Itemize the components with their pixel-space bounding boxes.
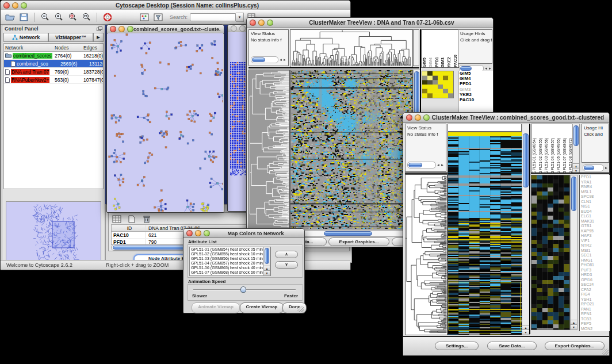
attribute-list-item[interactable]: GPL51-07 (GSM868) heat shock 60 min bbox=[190, 270, 270, 275]
scroll-left-icon[interactable]: ◄ bbox=[437, 162, 440, 168]
tab-vizmapper[interactable]: VizMapper™ bbox=[48, 33, 93, 42]
scroll-right-icon[interactable]: ► bbox=[441, 162, 444, 168]
settings-button[interactable]: Settings... bbox=[435, 342, 479, 350]
gene-label[interactable]: PEP5 bbox=[580, 321, 610, 327]
resize-grip[interactable] bbox=[602, 348, 609, 355]
gene-label[interactable]: GPI16 bbox=[580, 278, 610, 283]
attribute-list-item[interactable]: GPL51-02 (GSM855) heat shock 10 min bbox=[190, 252, 270, 256]
zoom-out-button[interactable] bbox=[39, 12, 51, 22]
network-view-canvas[interactable] bbox=[108, 33, 223, 212]
zoom-icon[interactable] bbox=[204, 230, 210, 236]
table-row[interactable]: DNA and Tran 07 769(0) 183728(0) bbox=[4, 68, 103, 76]
gene-label[interactable]: NIS1 bbox=[580, 204, 610, 209]
zoom-icon[interactable] bbox=[423, 114, 430, 121]
create-vizmap-button[interactable]: Create Vizmap bbox=[240, 302, 284, 313]
zoom-icon[interactable] bbox=[127, 26, 133, 32]
gene-label[interactable]: PAC10 bbox=[458, 97, 493, 102]
view-status-hscrollbar[interactable] bbox=[251, 56, 278, 63]
zoom-icon[interactable] bbox=[267, 20, 273, 26]
gene-label[interactable]: YKE2 bbox=[458, 92, 493, 97]
minimize-icon[interactable] bbox=[415, 114, 421, 121]
scroll-left-icon[interactable]: ◄ bbox=[279, 57, 282, 63]
resize-grip[interactable] bbox=[297, 306, 304, 312]
search-input[interactable]: ▼ bbox=[190, 13, 244, 22]
attribute-list-item[interactable]: GPL51-03 (GSM856) heat shock 15 min bbox=[190, 256, 270, 261]
zoom-selected-button[interactable] bbox=[67, 12, 78, 22]
heatmap-vscrollbar[interactable]: ▲ ▼ bbox=[522, 124, 530, 335]
gene-label[interactable]: PFD1 bbox=[458, 81, 493, 86]
minimize-icon[interactable] bbox=[195, 230, 201, 236]
save-session-button[interactable] bbox=[18, 12, 29, 22]
gene-label[interactable]: MSI1 bbox=[580, 248, 610, 254]
zoom-in-button[interactable] bbox=[53, 12, 64, 22]
animate-vizmap-button[interactable]: Animate Vizmap bbox=[192, 302, 240, 313]
network-table-header[interactable]: Network Nodes Edges bbox=[4, 44, 103, 52]
close-icon[interactable] bbox=[250, 20, 256, 26]
gene-label[interactable]: GIM3 bbox=[458, 87, 493, 92]
attribute-list-item[interactable]: GPL51-01 (GSM854) heat shock 05 min bbox=[190, 247, 270, 252]
minimize-icon[interactable] bbox=[239, 25, 246, 32]
gene-label[interactable]: GIM4 bbox=[458, 76, 493, 81]
gene-label[interactable]: HAP3 bbox=[580, 233, 610, 239]
attribute-list-vscrollbar[interactable]: ▲ ▼ bbox=[263, 247, 270, 276]
gene-label[interactable]: RNR4 bbox=[580, 185, 610, 190]
mini-correlation-matrix-canvas[interactable] bbox=[422, 71, 454, 98]
gene-label[interactable]: TCB3 bbox=[580, 317, 610, 322]
gene-label[interactable]: BUD4 bbox=[580, 209, 610, 214]
close-icon[interactable] bbox=[3, 2, 10, 9]
gene-label[interactable]: GTB1 bbox=[580, 224, 610, 229]
speed-slider-thumb[interactable] bbox=[240, 286, 246, 293]
gene-label[interactable]: NTR2 bbox=[580, 243, 610, 248]
gene-label[interactable]: PUF3 bbox=[580, 268, 610, 273]
attribute-list-item[interactable]: GPL51-06 (GSM865) heat shock 40 min bbox=[190, 266, 270, 270]
gene-label[interactable]: ELG1 bbox=[580, 214, 610, 219]
gene-label[interactable]: YRA1 bbox=[580, 180, 610, 185]
attribute-list[interactable]: GPL51-01 (GSM854) heat shock 05 minGPL51… bbox=[189, 247, 271, 276]
tab-network[interactable]: Network bbox=[3, 33, 48, 42]
gene-label[interactable]: GIM5 bbox=[458, 71, 493, 76]
save-data-button[interactable]: Save Data... bbox=[487, 342, 537, 350]
dialog-titlebar[interactable]: Map Colors to Network bbox=[183, 229, 304, 238]
scroll-right-icon[interactable]: ► bbox=[605, 165, 608, 171]
open-session-button[interactable] bbox=[4, 12, 16, 22]
search-dropdown-arrow[interactable]: ▼ bbox=[236, 13, 244, 22]
help-icon[interactable] bbox=[102, 12, 113, 22]
column-dendrogram-canvas[interactable] bbox=[290, 29, 413, 67]
zoom-fit-button[interactable] bbox=[81, 12, 92, 22]
float-panel-icon[interactable] bbox=[97, 26, 102, 31]
close-icon[interactable] bbox=[231, 25, 237, 32]
gene-label[interactable]: FIG4 bbox=[580, 292, 610, 297]
gene-label[interactable]: CLN1 bbox=[580, 200, 610, 205]
row-dendrogram-canvas[interactable] bbox=[248, 70, 290, 229]
vizmapper-icon-button[interactable] bbox=[139, 12, 150, 22]
secondary-heatmap-vscrollbar[interactable]: ▲ ▼ bbox=[570, 175, 577, 330]
gene-label[interactable]: SEC24 bbox=[580, 282, 610, 288]
move-down-button[interactable]: ∨ bbox=[275, 261, 298, 269]
treeview1-titlebar[interactable]: ClusterMaker TreeView : DNA and Tran 07-… bbox=[247, 18, 493, 28]
main-titlebar[interactable]: Cytoscape Desktop (Session Name: collins… bbox=[1, 1, 350, 10]
gene-label[interactable]: RPN1 bbox=[580, 312, 610, 317]
gene-label[interactable]: VIP1 bbox=[580, 239, 610, 244]
view-status-hscrollbar[interactable] bbox=[407, 162, 436, 168]
minimize-icon[interactable] bbox=[12, 2, 18, 9]
usage-hints-hscrollbar[interactable] bbox=[583, 164, 604, 171]
gene-label[interactable]: PHO81 bbox=[580, 263, 610, 268]
move-up-button[interactable]: ∧ bbox=[275, 251, 298, 258]
search-field[interactable] bbox=[190, 13, 236, 21]
delete-attribute-icon[interactable] bbox=[141, 214, 152, 224]
heatmap-canvas[interactable] bbox=[447, 132, 522, 335]
network-overview-canvas[interactable] bbox=[6, 201, 101, 261]
export-graphics-button[interactable]: Export Graphics... bbox=[328, 237, 389, 246]
gene-label[interactable]: SPC98 bbox=[580, 194, 610, 200]
gene-label[interactable]: MSL1 bbox=[580, 190, 610, 195]
table-row[interactable]: combined_sco 2569(6) 13112(15) bbox=[4, 60, 103, 68]
export-graphics-button[interactable]: Export Graphics... bbox=[545, 342, 605, 350]
close-icon[interactable] bbox=[110, 26, 116, 32]
attribute-list-item[interactable]: GPL51-04 (GSM857) heat shock 20 min bbox=[190, 261, 270, 266]
gene-label[interactable]: YSH1 bbox=[580, 297, 610, 302]
row-dendrogram-canvas[interactable] bbox=[405, 174, 447, 335]
gene-label[interactable]: PFD1 bbox=[580, 175, 610, 180]
gene-label[interactable]: HMG1 bbox=[580, 258, 610, 263]
treeview2-titlebar[interactable]: ClusterMaker TreeView : combined_scores_… bbox=[403, 113, 609, 123]
table-row[interactable]: RNAPuberNov2+ 563(0) 107847(0) bbox=[4, 76, 103, 84]
